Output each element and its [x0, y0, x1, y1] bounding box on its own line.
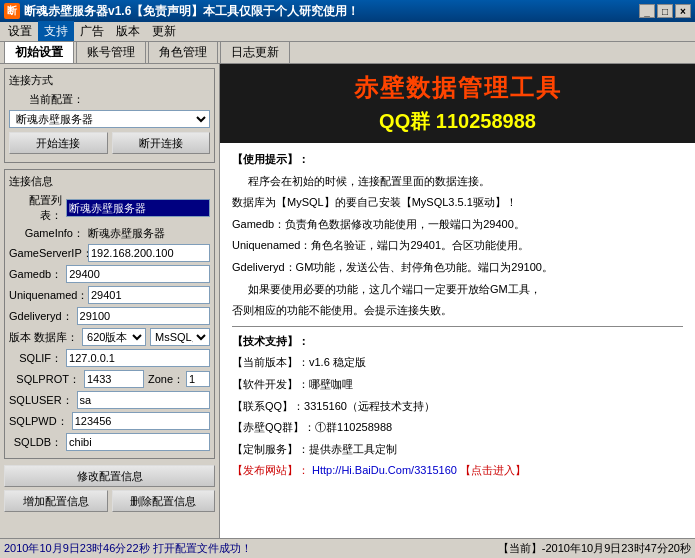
menu-update[interactable]: 更新 — [146, 21, 182, 42]
website-click[interactable]: 【点击进入】 — [460, 464, 526, 476]
sqlprot-label: SQLPROT： — [9, 372, 80, 387]
mysql-combo[interactable]: MsSQL库 — [150, 328, 210, 346]
gdeliveryd-input[interactable] — [77, 307, 210, 325]
sqlpwd-label: SQLPWD： — [9, 414, 68, 429]
sqluser-input[interactable] — [77, 391, 210, 409]
window-title: 断魂赤壁服务器v1.6【免责声明】本工具仅限于个人研究使用！ — [24, 3, 639, 20]
connection-method-title: 连接方式 — [9, 73, 210, 88]
tab-log-update[interactable]: 日志更新 — [220, 41, 290, 63]
menu-ad[interactable]: 广告 — [74, 21, 110, 42]
uniquenamed-label: Uniquenamed： — [9, 288, 84, 303]
current-config-label: 当前配置： — [9, 92, 84, 107]
disconnect-button[interactable]: 断开连接 — [112, 132, 211, 154]
sqlif-input[interactable] — [66, 349, 210, 367]
developer: 【软件开发】：哪壁咖哩 — [232, 376, 683, 394]
config-list-input[interactable] — [66, 199, 210, 217]
version-row: 版本 数据库： 620版本 MsSQL库 — [9, 328, 210, 346]
config-list-label: 配置列表： — [9, 193, 62, 223]
game-info-value: 断魂赤壁服务器 — [88, 226, 210, 241]
header-qq: QQ群 110258988 — [232, 108, 683, 135]
tab-role-mgmt[interactable]: 角色管理 — [148, 41, 218, 63]
delete-config-button[interactable]: 删除配置信息 — [112, 490, 216, 512]
current-config-row: 当前配置： — [9, 92, 210, 107]
sqlpwd-input[interactable] — [72, 412, 210, 430]
gamedb-row: Gamedb： — [9, 265, 210, 283]
sqluser-label: SQLUSER： — [9, 393, 73, 408]
usage-line3: Gamedb：负责角色数据修改功能使用，一般端口为29400。 — [232, 216, 683, 234]
app-icon: 断 — [4, 3, 20, 19]
zone-input[interactable] — [186, 371, 210, 387]
main-content: 连接方式 当前配置： 断魂赤壁服务器 开始连接 断开连接 连接信息 配置列表： — [0, 64, 695, 538]
title-bar: 断 断魂赤壁服务器v1.6【免责声明】本工具仅限于个人研究使用！ _ □ × — [0, 0, 695, 22]
current-config-combo[interactable]: 断魂赤壁服务器 — [9, 110, 210, 128]
game-info-label: GameInfo： — [9, 226, 84, 241]
add-delete-buttons: 增加配置信息 删除配置信息 — [4, 490, 215, 512]
status-left: 2010年10月9日23时46分22秒 打开配置文件成功！ — [4, 541, 498, 556]
usage-line4: Uniquenamed：角色名验证，端口为29401。合区功能使用。 — [232, 237, 683, 255]
game-server-ip-row: GameServerIP： — [9, 244, 210, 262]
sqldb-row: SQLDB： — [9, 433, 210, 451]
menu-settings[interactable]: 设置 — [2, 21, 38, 42]
sqlprot-input[interactable] — [84, 370, 144, 388]
zone-label: Zone： — [148, 372, 184, 387]
website-row: 【发布网站】： Http://Hi.BaiDu.Com/3315160 【点击进… — [232, 462, 683, 480]
sqlif-row: SQLIF： — [9, 349, 210, 367]
connect-buttons: 开始连接 断开连接 — [9, 132, 210, 154]
usage-line1: 程序会在初始的时候，连接配置里面的数据连接。 — [248, 173, 683, 191]
game-server-ip-input[interactable] — [88, 244, 210, 262]
sqldb-label: SQLDB： — [9, 435, 62, 450]
usage-line7: 否则相应的功能不能使用。会提示连接失败。 — [232, 302, 683, 320]
tab-bar: 初始设置 账号管理 角色管理 日志更新 — [0, 42, 695, 64]
status-right: 【当前】-2010年10月9日23时47分20秒 — [498, 541, 691, 556]
sqlprot-row: SQLPROT： Zone： — [9, 370, 210, 388]
game-info-row: GameInfo： 断魂赤壁服务器 — [9, 226, 210, 241]
usage-line5: Gdeliveryd：GM功能，发送公告、封停角色功能。端口为29100。 — [232, 259, 683, 277]
menu-bar: 设置 支持 广告 版本 更新 — [0, 22, 695, 42]
website-label: 【发布网站】： — [232, 464, 309, 476]
version-info: 【当前版本】：v1.6 稳定版 — [232, 354, 683, 372]
game-server-ip-label: GameServerIP： — [9, 246, 84, 261]
gamedb-label: Gamedb： — [9, 267, 62, 282]
custom: 【定制服务】：提供赤壁工具定制 — [232, 441, 683, 459]
gdeliveryd-label: Gdeliveryd： — [9, 309, 73, 324]
qq-contact: 【联系QQ】：3315160（远程技术支持） — [232, 398, 683, 416]
menu-version[interactable]: 版本 — [110, 21, 146, 42]
uniquenamed-row: Uniquenamed： — [9, 286, 210, 304]
window-controls[interactable]: _ □ × — [639, 4, 691, 18]
tech-title: 【技术支持】： — [232, 333, 683, 351]
tab-account-mgmt[interactable]: 账号管理 — [76, 41, 146, 63]
right-content: 【使用提示】： 程序会在初始的时候，连接配置里面的数据连接。 数据库为【MySQ… — [220, 143, 695, 538]
status-bar: 2010年10月9日23时46分22秒 打开配置文件成功！ 【当前】-2010年… — [0, 538, 695, 558]
connection-method-group: 连接方式 当前配置： 断魂赤壁服务器 开始连接 断开连接 — [4, 68, 215, 163]
modify-config-button[interactable]: 修改配置信息 — [4, 465, 215, 487]
gamedb-input[interactable] — [66, 265, 210, 283]
website-url[interactable]: Http://Hi.BaiDu.Com/3315160 — [312, 464, 457, 476]
sqluser-row: SQLUSER： — [9, 391, 210, 409]
uniquenamed-input[interactable] — [88, 286, 210, 304]
header-title: 赤壁数据管理工具 — [232, 72, 683, 104]
maximize-button[interactable]: □ — [657, 4, 673, 18]
minimize-button[interactable]: _ — [639, 4, 655, 18]
usage-line2: 数据库为【MySQL】的要自己安装【MySQL3.5.1驱动】！ — [232, 194, 683, 212]
connection-info-title: 连接信息 — [9, 174, 210, 189]
usage-title: 【使用提示】： — [232, 151, 683, 169]
version-label: 版本 数据库： — [9, 330, 78, 345]
sqlpwd-row: SQLPWD： — [9, 412, 210, 430]
left-panel: 连接方式 当前配置： 断魂赤壁服务器 开始连接 断开连接 连接信息 配置列表： — [0, 64, 220, 538]
gdeliveryd-row: Gdeliveryd： — [9, 307, 210, 325]
add-config-button[interactable]: 增加配置信息 — [4, 490, 108, 512]
version-combo[interactable]: 620版本 — [82, 328, 146, 346]
close-button[interactable]: × — [675, 4, 691, 18]
right-panel: 赤壁数据管理工具 QQ群 110258988 【使用提示】： 程序会在初始的时候… — [220, 64, 695, 538]
config-list-row: 配置列表： — [9, 193, 210, 223]
connection-info-group: 连接信息 配置列表： GameInfo： 断魂赤壁服务器 GameServerI… — [4, 169, 215, 459]
content-divider — [232, 326, 683, 327]
chiwall-qq: 【赤壁QQ群】：①群110258988 — [232, 419, 683, 437]
sqlif-label: SQLIF： — [9, 351, 62, 366]
usage-line6: 如果要使用必要的功能，这几个端口一定要开放给GM工具， — [248, 281, 683, 299]
right-header: 赤壁数据管理工具 QQ群 110258988 — [220, 64, 695, 143]
sqldb-input[interactable] — [66, 433, 210, 451]
menu-support[interactable]: 支持 — [38, 21, 74, 42]
connect-button[interactable]: 开始连接 — [9, 132, 108, 154]
tab-initial-settings[interactable]: 初始设置 — [4, 41, 74, 63]
